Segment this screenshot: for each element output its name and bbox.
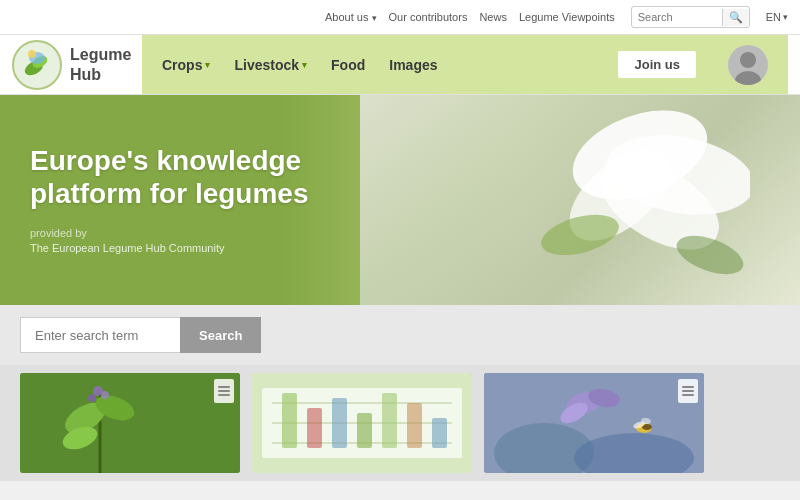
crops-chevron-icon: ▾ xyxy=(205,60,210,70)
hero-content: Europe's knowledge platform for legumes … xyxy=(0,124,420,277)
main-nav: Crops ▾ Livestock ▾ Food Images Join us xyxy=(142,35,788,94)
svg-point-20 xyxy=(101,391,109,399)
card-3-doc-icon xyxy=(678,379,698,403)
svg-point-21 xyxy=(88,394,96,402)
top-search: 🔍 xyxy=(631,6,750,28)
card-2[interactable] xyxy=(252,373,472,473)
card-1-doc-icon xyxy=(214,379,234,403)
hero-flower-image xyxy=(400,95,750,305)
logo-text: Legume Hub xyxy=(70,45,131,83)
join-us-button[interactable]: Join us xyxy=(618,51,696,78)
cards-section xyxy=(0,365,800,481)
top-utility-bar: About us ▾ Our contributors News Legume … xyxy=(0,0,800,35)
svg-rect-30 xyxy=(357,413,372,448)
hero-provided-by: provided by xyxy=(30,227,390,239)
search-icon: 🔍 xyxy=(729,11,743,23)
main-search-input[interactable] xyxy=(20,317,180,353)
user-avatar-button[interactable] xyxy=(728,45,768,85)
main-header: Legume Hub Crops ▾ Livestock ▾ Food Imag… xyxy=(0,35,800,95)
search-section: Search xyxy=(0,305,800,365)
main-search-button[interactable]: Search xyxy=(180,317,261,353)
svg-rect-33 xyxy=(432,418,447,448)
svg-point-6 xyxy=(740,52,756,68)
top-search-input[interactable] xyxy=(632,9,722,25)
about-us-link[interactable]: About us ▾ xyxy=(325,11,376,23)
logo-area[interactable]: Legume Hub xyxy=(12,40,142,90)
hero-title: Europe's knowledge platform for legumes xyxy=(30,144,390,211)
svg-rect-14 xyxy=(20,373,240,473)
nav-livestock[interactable]: Livestock ▾ xyxy=(234,39,307,91)
card-3[interactable] xyxy=(484,373,704,473)
hero-community: The European Legume Hub Community xyxy=(30,241,390,256)
svg-rect-27 xyxy=(282,393,297,448)
plant-green-image xyxy=(20,373,240,473)
lang-chevron-icon: ▾ xyxy=(783,12,788,22)
svg-rect-32 xyxy=(407,403,422,448)
news-link[interactable]: News xyxy=(479,11,507,23)
hero-section: Europe's knowledge platform for legumes … xyxy=(0,95,800,305)
card-1[interactable] xyxy=(20,373,240,473)
chevron-icon: ▾ xyxy=(372,13,377,23)
nav-crops[interactable]: Crops ▾ xyxy=(162,39,210,91)
svg-point-4 xyxy=(28,50,36,58)
svg-rect-28 xyxy=(307,408,322,448)
nav-food[interactable]: Food xyxy=(331,39,365,91)
svg-rect-31 xyxy=(382,393,397,448)
language-selector[interactable]: EN ▾ xyxy=(766,11,788,23)
livestock-chevron-icon: ▾ xyxy=(302,60,307,70)
svg-rect-29 xyxy=(332,398,347,448)
diagram-image xyxy=(252,373,472,473)
contributors-link[interactable]: Our contributors xyxy=(389,11,468,23)
plant-purple-image xyxy=(484,373,704,473)
top-nav: About us ▾ Our contributors News Legume … xyxy=(325,11,615,23)
nav-images[interactable]: Images xyxy=(389,39,437,91)
viewpoints-link[interactable]: Legume Viewpoints xyxy=(519,11,615,23)
logo-icon xyxy=(12,40,62,90)
top-search-button[interactable]: 🔍 xyxy=(722,9,749,26)
user-icon xyxy=(728,45,768,85)
